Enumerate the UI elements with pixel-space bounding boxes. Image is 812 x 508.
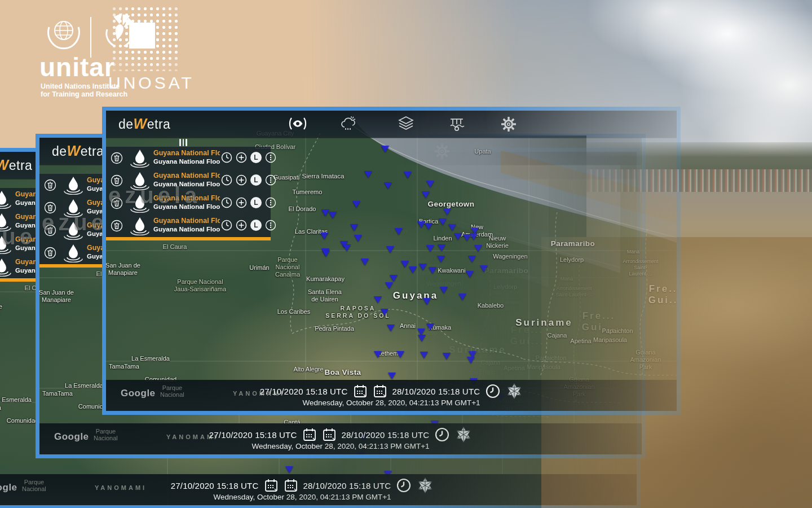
layers-icon[interactable] [397,116,417,132]
layer-legend-icon[interactable]: L [250,197,262,208]
flood-station-marker[interactable] [343,244,351,251]
flood-station-marker[interactable] [448,224,456,231]
layer-legend-icon[interactable]: L [250,220,262,231]
flood-station-marker[interactable] [474,245,482,252]
flood-station-marker[interactable] [422,191,430,198]
flood-station-marker[interactable] [321,209,329,216]
flood-station-marker[interactable] [329,212,337,218]
flood-station-marker[interactable] [429,267,436,274]
flood-station-marker[interactable] [454,233,462,240]
flood-station-marker[interactable] [426,181,434,187]
delete-layer-icon[interactable] [111,197,123,209]
calendar-end-icon[interactable] [322,427,337,442]
flood-station-marker[interactable] [425,223,433,230]
layer-menu-icon[interactable] [265,174,276,186]
flood-station-marker[interactable] [443,353,451,360]
delete-layer-icon[interactable] [44,202,56,214]
flood-station-marker[interactable] [437,256,445,262]
start-datetime[interactable]: 27/10/2020 15:18 UTC [260,387,348,396]
layer-time-icon[interactable] [221,152,232,163]
flood-station-marker[interactable] [396,351,404,358]
flood-station-marker[interactable] [439,218,447,225]
flood-station-marker[interactable] [440,287,448,294]
calendar-start-icon[interactable] [264,478,279,493]
weather-forecast-icon[interactable] [339,116,360,132]
flood-station-marker[interactable] [404,172,412,178]
flood-station-marker[interactable] [419,264,427,270]
flood-station-marker[interactable] [443,208,451,215]
start-datetime[interactable]: 27/10/2020 15:18 UTC [171,481,259,491]
layer-menu-icon[interactable] [265,197,276,208]
compass-star-icon[interactable] [506,383,523,400]
end-datetime[interactable]: 28/10/2020 15:18 UTC [342,430,430,440]
layer-legend-icon[interactable]: L [250,174,262,186]
time-settings-icon[interactable] [434,427,450,443]
flood-station-marker[interactable] [361,259,369,265]
flood-station-marker[interactable] [418,335,426,341]
delete-layer-icon[interactable] [44,224,56,237]
layer-title[interactable]: Guyana National Flo... [153,172,220,179]
flood-station-marker[interactable] [458,294,466,300]
flood-station-marker[interactable] [409,266,417,273]
panel-drag-handle[interactable] [179,139,187,146]
delete-layer-icon[interactable] [111,152,123,164]
start-datetime[interactable]: 27/10/2020 15:18 UTC [209,430,297,440]
layer-add-icon[interactable] [236,152,247,163]
layer-legend-icon[interactable]: L [250,152,262,163]
layer-time-icon[interactable] [221,174,232,186]
flood-station-marker[interactable] [480,265,488,272]
layer-add-icon[interactable] [236,197,247,208]
layer-menu-icon[interactable] [265,152,276,163]
flood-station-marker[interactable] [381,146,389,152]
calendar-end-icon[interactable] [284,478,298,493]
flood-station-marker[interactable] [467,357,475,364]
delete-layer-icon[interactable] [111,220,123,232]
flood-station-marker[interactable] [364,171,372,178]
flood-station-marker[interactable] [374,351,382,358]
flood-station-marker[interactable] [401,261,409,268]
time-settings-icon[interactable] [396,478,412,493]
layer-title[interactable]: Guyana National Flo... [153,194,220,202]
flood-station-marker[interactable] [395,228,403,235]
calendar-end-icon[interactable] [373,384,387,398]
flood-station-marker[interactable] [374,296,382,303]
flood-station-marker[interactable] [470,233,478,240]
flood-station-marker[interactable] [322,250,330,257]
hydro-structures-icon[interactable] [449,116,469,132]
layer-time-icon[interactable] [221,197,232,208]
compass-star-icon[interactable] [455,426,472,443]
flood-station-marker[interactable] [426,323,434,330]
layer-title[interactable]: Guyana National Flo... [153,149,220,157]
flood-station-marker[interactable] [354,235,362,242]
flood-station-marker[interactable] [466,271,474,278]
flood-station-marker[interactable] [350,224,358,231]
delete-layer-icon[interactable] [111,174,123,187]
compass-star-icon[interactable] [417,477,434,494]
flood-station-marker[interactable] [386,246,394,253]
flood-station-marker[interactable] [390,275,398,282]
flood-station-marker[interactable] [352,201,360,208]
end-datetime[interactable]: 28/10/2020 15:18 UTC [392,387,480,396]
delete-layer-icon[interactable] [44,247,56,259]
flood-station-marker[interactable] [438,244,445,251]
layer-time-icon[interactable] [221,220,232,231]
end-datetime[interactable]: 28/10/2020 15:18 UTC [303,481,391,491]
calendar-start-icon[interactable] [302,427,317,442]
flood-station-marker[interactable] [468,256,476,262]
flood-station-marker[interactable] [420,352,428,358]
settings-gear-icon[interactable] [501,116,521,132]
delete-layer-icon[interactable] [44,179,56,191]
flood-station-marker[interactable] [384,182,392,189]
observations-eye-icon[interactable] [288,116,308,132]
flood-station-marker[interactable] [285,466,293,473]
time-settings-icon[interactable] [485,383,501,399]
layer-add-icon[interactable] [236,174,247,186]
flood-station-marker[interactable] [381,309,389,316]
calendar-start-icon[interactable] [353,384,368,398]
flood-station-marker[interactable] [387,325,395,331]
flood-station-marker[interactable] [417,221,425,228]
layer-add-icon[interactable] [236,220,247,231]
layer-menu-icon[interactable] [265,220,276,231]
layer-title[interactable]: Guyana National Flo... [153,217,220,225]
flood-station-marker[interactable] [423,298,431,305]
